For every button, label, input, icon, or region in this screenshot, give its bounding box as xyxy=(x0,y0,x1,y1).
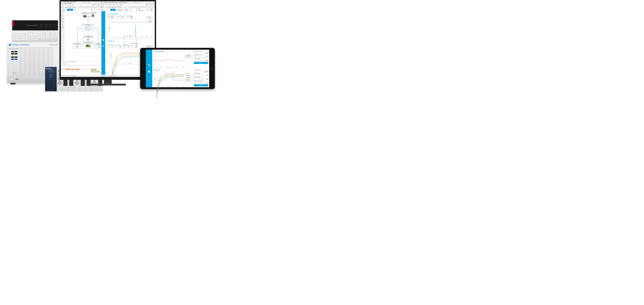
zoom-display[interactable]: 75% ▾ xyxy=(146,9,150,10)
close-button[interactable]: ✕ xyxy=(99,2,101,3)
menu-data[interactable]: Data xyxy=(112,4,115,5)
menu-view[interactable]: View xyxy=(116,4,118,5)
sampling-rate-input[interactable] xyxy=(126,17,133,18)
node-dut[interactable]: Device Under Test xyxy=(83,42,93,48)
chip-tool-icon[interactable]: ▦ xyxy=(61,20,64,23)
window-title: PMIC Characterization - LabVIEW NXG xyxy=(63,1,82,4)
edit-icon-link[interactable]: Edit icon xyxy=(150,8,154,11)
status-errors[interactable]: Errors and Warnings xyxy=(107,75,117,76)
node-i2c[interactable]: I2C Digital Communication xyxy=(83,36,93,42)
maximize-button[interactable]: ▢ xyxy=(97,2,99,3)
codepane-tab-output[interactable]: Output xyxy=(62,61,65,62)
pause-button-icon[interactable]: ∥ xyxy=(105,9,106,11)
keithley-sourcemeter: 2410 1100V SourceMeter® VIΩFCTN▲▼MEASLOC… xyxy=(12,20,58,41)
codepane-tab-errors[interactable]: Errors and Warnings xyxy=(66,61,76,62)
user-badge[interactable]: Jeff Kodosky xyxy=(92,4,100,5)
search-input[interactable]: 🔍 Search xyxy=(85,2,94,3)
minimize-button[interactable]: — xyxy=(147,2,149,3)
snap-icon[interactable]: ⊞ xyxy=(74,9,77,11)
node-test-station[interactable]: Test Station xyxy=(82,24,94,30)
gears-icon[interactable] xyxy=(148,64,150,67)
titlebar-right[interactable]: ◆ PMIC Characterization - LabVIEW NXG 💬 … xyxy=(102,1,155,4)
cursor-tool-icon[interactable]: ↖ xyxy=(61,11,64,14)
node-power-supply[interactable]: Power Supply xyxy=(73,43,81,48)
titlebar-left[interactable]: ◆ PMIC Characterization - LabVIEW NXG 💬 … xyxy=(61,1,101,4)
menu-run[interactable]: Run xyxy=(109,4,111,5)
status-output[interactable]: Output xyxy=(103,75,106,76)
cdaq-controller: NATIONAL INSTRUMENTS NI cDAQ-9178 NI Com… xyxy=(45,67,57,91)
user-badge[interactable]: Jeff Kodosky xyxy=(146,4,154,5)
design-canvas[interactable]: Dev Environment Web Server Test Station xyxy=(64,11,101,61)
run-button[interactable]: Run xyxy=(146,16,152,18)
status-output[interactable]: Output xyxy=(62,75,65,76)
home-tab-icon[interactable]: ⌂ xyxy=(102,6,104,8)
layout-selector-icon[interactable]: ▮ xyxy=(91,9,93,11)
view-split-button[interactable]: Split xyxy=(124,9,128,11)
view-diagram-button[interactable]: Diagram xyxy=(116,9,123,11)
menu-view[interactable]: View xyxy=(68,4,70,5)
keithley-button: I xyxy=(18,31,22,33)
bd-constant[interactable]: DCPwrC xyxy=(76,69,80,70)
network-tool-icon[interactable]: 🖧 xyxy=(61,23,64,25)
node-web-server[interactable]: Web Server xyxy=(90,12,96,18)
align-icon[interactable]: ↔ xyxy=(78,9,80,11)
dcpower-node-1[interactable]: 🟡NI-DCPower (Active Channel) ▸ Voltage L… xyxy=(90,68,101,72)
keithley-button: ▼ xyxy=(38,31,42,33)
run-button-icon[interactable]: ▶ xyxy=(102,9,104,11)
sampling-rate-input[interactable] xyxy=(194,59,208,61)
start-current-input[interactable] xyxy=(194,71,208,72)
chat-icon[interactable]: 💬 xyxy=(134,2,136,3)
node-dev-env[interactable]: Dev Environment xyxy=(81,12,89,18)
menu-edit[interactable]: Edit xyxy=(65,4,67,5)
svg-rect-13 xyxy=(86,45,88,46)
align-icon[interactable]: ↔ xyxy=(132,9,134,11)
bd-constant[interactable]: DCPwrA xyxy=(66,69,70,70)
current-steps-input[interactable] xyxy=(194,78,208,80)
view-panel-button[interactable]: Panel xyxy=(110,9,116,11)
valid-v1-input[interactable] xyxy=(194,82,201,84)
menu-file[interactable]: File xyxy=(62,4,64,5)
bd-constant[interactable]: DCPwrB xyxy=(71,69,75,70)
target-selector[interactable]: This Computer ▾ xyxy=(138,8,145,11)
weight-icon[interactable] xyxy=(148,70,150,73)
zoom-display[interactable]: 60% ▾ xyxy=(97,9,100,10)
tab-systemdesigner[interactable]: ▦ SystemDesigner xyxy=(64,6,78,8)
menu-help[interactable]: Help xyxy=(120,4,122,5)
abort-button-icon[interactable]: ⊘ xyxy=(107,9,109,11)
block-diagram-canvas[interactable]: Channel(s) Resource Name DCPwrADCPwrBDCP… xyxy=(61,63,101,75)
layers-tool-icon[interactable]: ▤ xyxy=(61,17,64,20)
mode-design-button[interactable]: Design xyxy=(67,9,73,11)
globe-tool-icon[interactable]: 🌐 xyxy=(61,26,64,28)
menu-file[interactable]: File xyxy=(102,4,104,5)
tab-load-regulation-vi[interactable]: ▶ Load Regulation Main.gvi · running xyxy=(104,6,128,8)
maximize-button[interactable]: ▢ xyxy=(150,2,152,3)
valid-v2-input[interactable] xyxy=(201,82,208,84)
keithley-button: STORE xyxy=(48,33,52,35)
weight-icon[interactable] xyxy=(102,39,104,41)
keithley-button: LIMIT xyxy=(23,38,28,40)
tablet-home-button[interactable] xyxy=(210,67,213,70)
snap-icon[interactable]: ⊞ xyxy=(130,9,132,11)
zoom-tool-icon[interactable]: 🔍 xyxy=(61,14,64,17)
gears-icon[interactable] xyxy=(102,45,104,47)
run-arrow-icon: ▶ xyxy=(106,6,107,8)
keithley-button: Ω xyxy=(23,31,28,33)
search-input[interactable]: 🔍 Search xyxy=(136,2,146,3)
start-load-current-input[interactable] xyxy=(108,17,114,18)
list-icon[interactable]: ≡ xyxy=(94,9,96,11)
run-button[interactable]: ▶ Run xyxy=(194,62,208,64)
keithley-button: OUTPUT xyxy=(33,38,37,40)
start-load-current-input[interactable] xyxy=(194,52,208,54)
end-load-current-input[interactable] xyxy=(194,56,208,57)
end-current-input[interactable] xyxy=(194,74,208,76)
menu-edit[interactable]: Edit xyxy=(106,4,108,5)
chat-icon[interactable]: 💬 xyxy=(83,2,85,3)
end-load-current-input[interactable] xyxy=(117,17,124,18)
close-button[interactable]: ✕ xyxy=(152,2,154,3)
home-tab-icon[interactable]: ⌂ xyxy=(61,6,64,8)
status-errors[interactable]: Errors and Warnings xyxy=(66,75,76,76)
minimize-button[interactable]: — xyxy=(95,2,96,3)
mode-live-button[interactable]: Live xyxy=(62,9,66,11)
run-button[interactable]: ▶ Run xyxy=(194,84,208,86)
menu-help[interactable]: Help xyxy=(72,4,74,5)
